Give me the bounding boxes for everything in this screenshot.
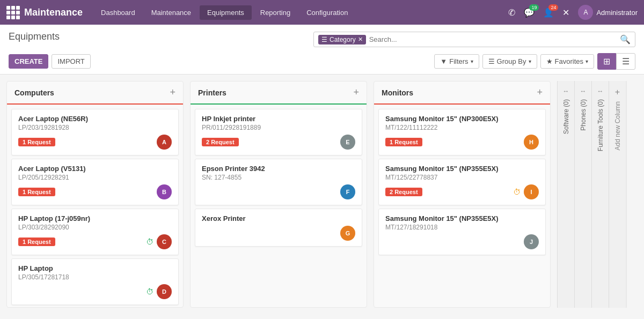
card-avatar: H <box>524 135 539 150</box>
menu-equipments[interactable]: Equipments <box>200 5 252 20</box>
card-footer: 1 Request B <box>18 184 172 199</box>
card-title: HP Laptop <box>18 264 172 272</box>
clock-icon: ⏱ <box>146 287 153 296</box>
app-name: Maintenance <box>24 7 83 18</box>
kanban-card[interactable]: Xerox Printer G <box>195 209 362 247</box>
side-columns: ↔Software (0)↔Phones (0)↔Furniture Tools… <box>557 81 627 308</box>
filter-tag-label: Category <box>330 36 356 43</box>
kanban-column-monitors: Monitors + Samsung Monitor 15" (NP300E5X… <box>374 81 551 308</box>
request-badge: 2 Request <box>202 138 239 146</box>
card-title: Acer Laptop (V5131) <box>18 165 172 173</box>
favorites-button[interactable]: ★ Favorites ▾ <box>540 54 594 69</box>
kanban-card[interactable]: Samsung Monitor 15" (NP300E5X) MT/122/11… <box>378 109 546 155</box>
card-subtitle: LP/303/28292090 <box>18 224 172 231</box>
card-footer: 1 Request A <box>18 135 172 150</box>
column-add-button[interactable]: + <box>353 87 359 98</box>
import-button[interactable]: IMPORT <box>52 54 90 69</box>
card-footer: F <box>202 184 355 199</box>
menu-configuration[interactable]: Configuration <box>299 5 355 20</box>
column-add-button[interactable]: + <box>537 87 543 98</box>
card-title: HP Inkjet printer <box>202 115 355 123</box>
menu-maintenance[interactable]: Maintenance <box>144 5 199 20</box>
add-new-column-button[interactable]: + Add new Column <box>609 81 626 308</box>
phone-icon[interactable]: ✆ <box>506 5 517 20</box>
card-icons: F <box>340 184 355 199</box>
kanban-view-button[interactable]: ⊞ <box>597 53 616 70</box>
card-footer: 1 Request H <box>385 135 539 150</box>
column-header-printers: Printers + <box>191 81 367 105</box>
side-col-label: Furniture Tools (0) <box>597 99 604 151</box>
column-add-button[interactable]: + <box>170 87 175 98</box>
card-title: Samsung Monitor 15" (NP300E5X) <box>385 115 539 123</box>
card-footer: 1 Request ⏱ C <box>18 234 172 249</box>
kanban-card[interactable]: Epson Printer 3942 SN: 127-4855 F <box>195 159 362 205</box>
notif-badge: 24 <box>548 4 558 11</box>
kanban-card[interactable]: HP Inkjet printer PR/011/2928191889 2 Re… <box>195 109 362 155</box>
side-column[interactable]: ↔Software (0) <box>557 81 574 308</box>
card-title: Samsung Monitor 15" (NP355E5X) <box>385 214 539 222</box>
card-subtitle: PR/011/2928191889 <box>202 124 355 131</box>
card-subtitle: LP/203/19281928 <box>18 124 172 131</box>
request-badge: 1 Request <box>18 138 55 146</box>
menu-dashboard[interactable]: Dashboard <box>93 5 143 20</box>
menu-reporting[interactable]: Reporting <box>253 5 298 20</box>
side-col-label: Phones (0) <box>580 99 587 131</box>
list-view-button[interactable]: ☰ <box>616 53 635 70</box>
kanban-card[interactable]: Acer Laptop (V5131) LP/205/12928291 1 Re… <box>11 159 179 205</box>
kanban-card[interactable]: HP Laptop (17-j059nr) LP/303/28292090 1 … <box>11 209 179 255</box>
card-subtitle: MT/122/11112222 <box>385 124 539 131</box>
nav-icons: ✆ 💬 19 👤 24 ✕ A Administrator <box>506 5 638 20</box>
main-menu: Dashboard Maintenance Equipments Reporti… <box>93 5 504 20</box>
page-title: Equipments <box>9 31 60 42</box>
user-name: Administrator <box>596 9 638 17</box>
clock-icon: ⏱ <box>146 238 153 246</box>
card-footer: G <box>202 226 355 241</box>
filters-button[interactable]: ▼ Filters ▾ <box>434 54 479 69</box>
side-column[interactable]: ↔Furniture Tools (0) <box>591 81 609 308</box>
notification-icon[interactable]: 👤 24 <box>541 5 556 20</box>
add-icon: + <box>615 87 620 97</box>
chat-badge: 19 <box>529 4 539 11</box>
user-menu[interactable]: A Administrator <box>578 5 638 20</box>
kanban-card[interactable]: Acer Laptop (NE56R) LP/203/19281928 1 Re… <box>11 109 179 155</box>
star-icon: ★ <box>546 57 553 65</box>
side-col-label: Software (0) <box>562 99 570 134</box>
kanban-card[interactable]: Samsung Monitor 15" (NP355E5X) MT/127/18… <box>378 209 546 255</box>
card-avatar: C <box>157 234 172 249</box>
remove-filter-icon[interactable]: ✕ <box>358 36 363 43</box>
favorites-arrow-icon: ▾ <box>586 58 588 64</box>
card-avatar: F <box>340 184 355 199</box>
kanban-card[interactable]: Samsung Monitor 15" (NP355E5X) MT/125/22… <box>378 159 546 205</box>
kanban-board: Computers + Acer Laptop (NE56R) LP/203/1… <box>0 75 644 314</box>
side-col-arrow-icon: ↔ <box>563 87 569 95</box>
groupby-button[interactable]: ☰ Group By ▾ <box>482 54 537 69</box>
card-title: HP Laptop (17-j059nr) <box>18 214 172 222</box>
card-subtitle: LP/205/12928291 <box>18 174 172 181</box>
create-button[interactable]: CREATE <box>9 54 48 69</box>
card-footer: J <box>385 234 539 249</box>
card-icons: ⏱ I <box>513 184 539 199</box>
card-footer: ⏱ D <box>18 284 172 299</box>
card-subtitle: SN: 127-4855 <box>202 174 355 181</box>
app-logo[interactable]: Maintenance <box>6 6 83 19</box>
chat-icon[interactable]: 💬 19 <box>522 5 537 20</box>
card-footer: 2 Request ⏱ I <box>385 184 539 199</box>
kanban-card[interactable]: HP Laptop LP/305/17281718 ⏱ D <box>11 258 179 305</box>
side-col-arrow-icon: ↔ <box>597 87 604 95</box>
column-title: Monitors <box>382 88 413 97</box>
search-bar: ☰ Category ✕ 🔍 <box>313 32 635 47</box>
card-icons: G <box>340 226 355 241</box>
search-input[interactable] <box>369 35 616 43</box>
side-column[interactable]: ↔Phones (0) <box>574 81 591 308</box>
card-title: Acer Laptop (NE56R) <box>18 115 172 123</box>
column-cards-printers: HP Inkjet printer PR/011/2928191889 2 Re… <box>191 105 367 251</box>
category-filter-tag[interactable]: ☰ Category ✕ <box>318 35 366 44</box>
search-icon[interactable]: 🔍 <box>620 34 631 44</box>
wrench-icon[interactable]: ✕ <box>560 5 572 20</box>
kanban-column-computers: Computers + Acer Laptop (NE56R) LP/203/1… <box>6 81 184 308</box>
card-subtitle: MT/127/18291018 <box>385 224 539 231</box>
card-avatar: A <box>157 135 172 150</box>
column-header-computers: Computers + <box>7 81 183 105</box>
clock-icon: ⏱ <box>513 188 521 196</box>
request-badge: 1 Request <box>18 188 55 196</box>
